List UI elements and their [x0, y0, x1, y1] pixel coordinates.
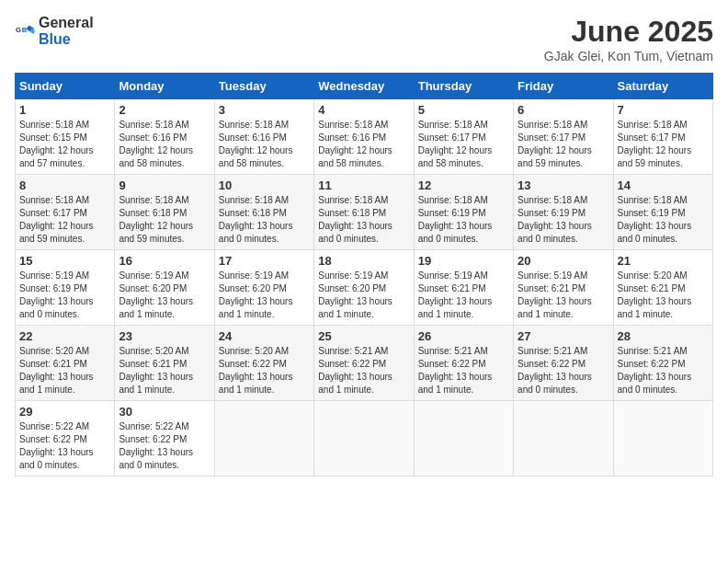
day-number: 8	[19, 178, 110, 192]
day-info: Sunrise: 5:19 AM Sunset: 6:21 PM Dayligh…	[418, 270, 509, 321]
day-info: Sunrise: 5:18 AM Sunset: 6:17 PM Dayligh…	[19, 194, 110, 246]
day-number: 6	[518, 103, 609, 117]
weekday-header-cell: Friday	[514, 74, 613, 99]
weekday-header-cell: Tuesday	[214, 74, 313, 99]
day-info: Sunrise: 5:18 AM Sunset: 6:17 PM Dayligh…	[618, 119, 709, 170]
logo: G B General Blue	[15, 15, 94, 48]
day-info: Sunrise: 5:18 AM Sunset: 6:16 PM Dayligh…	[318, 119, 409, 170]
day-number: 13	[518, 178, 609, 192]
day-info: Sunrise: 5:21 AM Sunset: 6:22 PM Dayligh…	[518, 345, 609, 396]
day-number: 3	[219, 103, 310, 117]
day-number: 18	[318, 254, 409, 268]
logo-icon: G B	[15, 21, 35, 41]
calendar-day-cell: 4 Sunrise: 5:18 AM Sunset: 6:16 PM Dayli…	[314, 99, 414, 175]
day-number: 2	[119, 103, 210, 117]
day-info: Sunrise: 5:18 AM Sunset: 6:18 PM Dayligh…	[219, 194, 310, 246]
weekday-header-cell: Thursday	[414, 74, 513, 99]
day-number: 9	[119, 178, 210, 192]
day-number: 1	[19, 103, 110, 117]
calendar-day-cell	[414, 401, 513, 477]
calendar-day-cell: 13 Sunrise: 5:18 AM Sunset: 6:19 PM Dayl…	[514, 175, 613, 250]
day-info: Sunrise: 5:21 AM Sunset: 6:22 PM Dayligh…	[418, 345, 509, 396]
day-info: Sunrise: 5:18 AM Sunset: 6:16 PM Dayligh…	[219, 119, 310, 170]
calendar-week-row: 22 Sunrise: 5:20 AM Sunset: 6:21 PM Dayl…	[16, 326, 713, 401]
day-info: Sunrise: 5:18 AM Sunset: 6:19 PM Dayligh…	[618, 194, 709, 246]
calendar-day-cell: 24 Sunrise: 5:20 AM Sunset: 6:22 PM Dayl…	[214, 326, 313, 401]
calendar-day-cell: 30 Sunrise: 5:22 AM Sunset: 6:22 PM Dayl…	[115, 401, 214, 477]
calendar-day-cell: 5 Sunrise: 5:18 AM Sunset: 6:17 PM Dayli…	[414, 99, 513, 175]
day-info: Sunrise: 5:18 AM Sunset: 6:18 PM Dayligh…	[119, 194, 210, 246]
day-number: 24	[219, 329, 310, 343]
day-info: Sunrise: 5:19 AM Sunset: 6:20 PM Dayligh…	[119, 270, 210, 321]
calendar-day-cell: 7 Sunrise: 5:18 AM Sunset: 6:17 PM Dayli…	[613, 99, 712, 175]
calendar-day-cell: 27 Sunrise: 5:21 AM Sunset: 6:22 PM Dayl…	[514, 326, 613, 401]
calendar-day-cell: 10 Sunrise: 5:18 AM Sunset: 6:18 PM Dayl…	[214, 175, 313, 250]
logo-general-text: General	[39, 15, 94, 30]
day-number: 14	[618, 178, 709, 192]
calendar-day-cell: 9 Sunrise: 5:18 AM Sunset: 6:18 PM Dayli…	[115, 175, 214, 250]
day-number: 23	[119, 329, 210, 343]
weekday-header-cell: Monday	[115, 74, 214, 99]
day-number: 27	[518, 329, 609, 343]
calendar-day-cell: 2 Sunrise: 5:18 AM Sunset: 6:16 PM Dayli…	[115, 99, 214, 175]
day-info: Sunrise: 5:21 AM Sunset: 6:22 PM Dayligh…	[318, 345, 409, 396]
day-info: Sunrise: 5:18 AM Sunset: 6:18 PM Dayligh…	[318, 194, 409, 246]
svg-text:G: G	[16, 26, 21, 34]
calendar-day-cell: 20 Sunrise: 5:19 AM Sunset: 6:21 PM Dayl…	[514, 250, 613, 326]
day-info: Sunrise: 5:18 AM Sunset: 6:16 PM Dayligh…	[119, 119, 210, 170]
weekday-header-cell: Sunday	[16, 74, 115, 99]
day-info: Sunrise: 5:18 AM Sunset: 6:19 PM Dayligh…	[518, 194, 609, 246]
calendar-day-cell: 12 Sunrise: 5:18 AM Sunset: 6:19 PM Dayl…	[414, 175, 513, 250]
calendar-day-cell	[214, 401, 313, 477]
day-info: Sunrise: 5:22 AM Sunset: 6:22 PM Dayligh…	[119, 420, 210, 472]
day-number: 17	[219, 254, 310, 268]
day-number: 5	[418, 103, 509, 117]
calendar-day-cell: 25 Sunrise: 5:21 AM Sunset: 6:22 PM Dayl…	[314, 326, 414, 401]
day-info: Sunrise: 5:18 AM Sunset: 6:15 PM Dayligh…	[19, 119, 110, 170]
day-info: Sunrise: 5:18 AM Sunset: 6:19 PM Dayligh…	[418, 194, 509, 246]
calendar-week-row: 15 Sunrise: 5:19 AM Sunset: 6:19 PM Dayl…	[16, 250, 713, 326]
day-number: 21	[618, 254, 709, 268]
day-info: Sunrise: 5:19 AM Sunset: 6:19 PM Dayligh…	[19, 270, 110, 321]
calendar-day-cell: 26 Sunrise: 5:21 AM Sunset: 6:22 PM Dayl…	[414, 326, 513, 401]
day-number: 11	[318, 178, 409, 192]
calendar-day-cell: 28 Sunrise: 5:21 AM Sunset: 6:22 PM Dayl…	[613, 326, 712, 401]
calendar-body: 1 Sunrise: 5:18 AM Sunset: 6:15 PM Dayli…	[16, 99, 713, 477]
day-info: Sunrise: 5:20 AM Sunset: 6:22 PM Dayligh…	[219, 345, 310, 396]
weekday-header-cell: Saturday	[613, 74, 712, 99]
day-number: 25	[318, 329, 409, 343]
calendar-day-cell: 22 Sunrise: 5:20 AM Sunset: 6:21 PM Dayl…	[16, 326, 115, 401]
calendar-day-cell: 16 Sunrise: 5:19 AM Sunset: 6:20 PM Dayl…	[115, 250, 214, 326]
day-number: 20	[518, 254, 609, 268]
weekday-header-row: SundayMondayTuesdayWednesdayThursdayFrid…	[16, 74, 713, 99]
day-info: Sunrise: 5:20 AM Sunset: 6:21 PM Dayligh…	[19, 345, 110, 396]
calendar-day-cell: 11 Sunrise: 5:18 AM Sunset: 6:18 PM Dayl…	[314, 175, 414, 250]
svg-text:B: B	[22, 26, 28, 34]
day-number: 15	[19, 254, 110, 268]
calendar-day-cell	[314, 401, 414, 477]
day-number: 19	[418, 254, 509, 268]
day-info: Sunrise: 5:22 AM Sunset: 6:22 PM Dayligh…	[19, 420, 110, 472]
calendar-day-cell: 8 Sunrise: 5:18 AM Sunset: 6:17 PM Dayli…	[16, 175, 115, 250]
calendar-day-cell: 23 Sunrise: 5:20 AM Sunset: 6:21 PM Dayl…	[115, 326, 214, 401]
weekday-header-cell: Wednesday	[314, 74, 414, 99]
day-info: Sunrise: 5:19 AM Sunset: 6:21 PM Dayligh…	[518, 270, 609, 321]
day-number: 16	[119, 254, 210, 268]
day-info: Sunrise: 5:19 AM Sunset: 6:20 PM Dayligh…	[219, 270, 310, 321]
month-title: June 2025	[544, 15, 713, 49]
calendar-day-cell: 21 Sunrise: 5:20 AM Sunset: 6:21 PM Dayl…	[613, 250, 712, 326]
calendar-week-row: 1 Sunrise: 5:18 AM Sunset: 6:15 PM Dayli…	[16, 99, 713, 175]
calendar-day-cell	[613, 401, 712, 477]
day-number: 28	[618, 329, 709, 343]
day-number: 7	[618, 103, 709, 117]
title-area: June 2025 GJak Glei, Kon Tum, Vietnam	[544, 15, 713, 63]
day-info: Sunrise: 5:21 AM Sunset: 6:22 PM Dayligh…	[618, 345, 709, 396]
calendar-table: SundayMondayTuesdayWednesdayThursdayFrid…	[15, 73, 713, 477]
day-number: 12	[418, 178, 509, 192]
day-info: Sunrise: 5:19 AM Sunset: 6:20 PM Dayligh…	[318, 270, 409, 321]
day-number: 4	[318, 103, 409, 117]
day-number: 22	[19, 329, 110, 343]
calendar-day-cell: 3 Sunrise: 5:18 AM Sunset: 6:16 PM Dayli…	[214, 99, 313, 175]
location-title: GJak Glei, Kon Tum, Vietnam	[544, 49, 713, 63]
calendar-day-cell: 29 Sunrise: 5:22 AM Sunset: 6:22 PM Dayl…	[16, 401, 115, 477]
